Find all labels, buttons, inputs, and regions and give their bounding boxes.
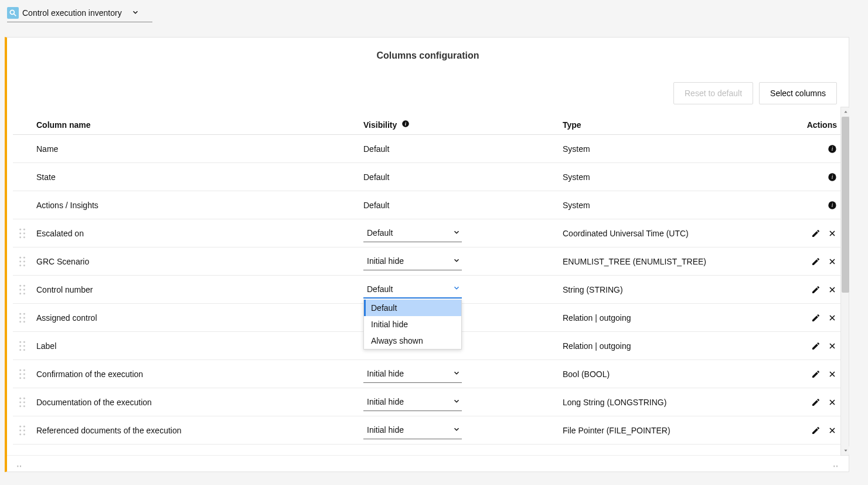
svg-point-15 <box>23 236 25 238</box>
svg-point-10 <box>19 228 21 230</box>
close-icon[interactable] <box>828 369 837 379</box>
svg-point-31 <box>23 317 25 318</box>
visibility-option[interactable]: Default <box>364 300 461 316</box>
column-name-cell: Control number <box>35 285 363 294</box>
drag-handle-icon[interactable] <box>19 369 35 379</box>
svg-point-19 <box>23 260 25 262</box>
svg-point-21 <box>23 264 25 266</box>
visibility-static: Default <box>363 201 389 210</box>
chevron-down-icon[interactable] <box>452 228 461 238</box>
drag-handle-icon[interactable] <box>19 313 35 323</box>
visibility-select[interactable]: Initial hide <box>363 365 462 383</box>
pencil-icon[interactable] <box>811 341 821 351</box>
chevron-down-icon[interactable] <box>452 397 461 407</box>
drag-handle-icon[interactable] <box>19 256 35 267</box>
svg-point-42 <box>19 373 21 375</box>
pencil-icon[interactable] <box>811 313 821 323</box>
svg-point-38 <box>19 349 21 351</box>
column-type-cell: System <box>563 144 796 154</box>
table-row: GRC ScenarioInitial hideENUMLIST_TREE (E… <box>13 247 843 276</box>
svg-point-43 <box>23 373 25 375</box>
visibility-select[interactable]: Default <box>363 280 462 299</box>
table-row: StateDefaultSystemi <box>13 163 843 191</box>
visibility-option[interactable]: Always shown <box>364 333 461 349</box>
chevron-down-icon[interactable] <box>131 8 139 18</box>
svg-point-52 <box>19 425 21 427</box>
svg-point-33 <box>23 321 25 323</box>
column-type-cell: Coordinated Universal Time (UTC) <box>563 229 796 238</box>
chevron-down-icon[interactable] <box>452 284 461 294</box>
column-header-visibility: Visibility <box>363 120 397 130</box>
close-icon[interactable] <box>828 426 837 435</box>
visibility-select[interactable]: Initial hide <box>363 422 462 439</box>
vertical-scrollbar[interactable] <box>840 107 849 456</box>
column-name-cell: Escalated on <box>35 229 363 238</box>
close-icon[interactable] <box>828 257 837 266</box>
column-type-cell: System <box>563 172 796 182</box>
pencil-icon[interactable] <box>811 426 821 435</box>
close-icon[interactable] <box>828 313 837 323</box>
svg-point-16 <box>19 256 21 258</box>
drag-handle-icon[interactable] <box>19 397 35 408</box>
close-icon[interactable] <box>828 285 837 294</box>
column-type-cell: Relation | outgoing <box>563 341 796 351</box>
pencil-icon[interactable] <box>811 285 821 294</box>
svg-point-12 <box>19 232 21 234</box>
svg-point-11 <box>23 228 25 230</box>
visibility-select-value: Initial hide <box>367 397 404 406</box>
pencil-icon[interactable] <box>811 398 821 407</box>
close-icon[interactable] <box>828 398 837 407</box>
visibility-option[interactable]: Initial hide <box>364 316 461 333</box>
drag-handle-icon[interactable] <box>19 425 35 436</box>
visibility-dropdown[interactable]: DefaultInitial hideAlways shown <box>363 300 462 350</box>
column-name-cell: Referenced documents of the execution <box>35 426 363 435</box>
breadcrumb[interactable]: Control execution inventory <box>7 7 139 20</box>
pencil-icon[interactable] <box>811 229 821 238</box>
column-name-cell: Actions / Insights <box>35 201 363 210</box>
columns-configuration-panel: Columns configuration Reset to default S… <box>5 37 849 472</box>
select-columns-button[interactable]: Select columns <box>759 82 837 104</box>
info-circle-icon[interactable]: i <box>828 144 837 154</box>
chevron-down-icon[interactable] <box>452 369 461 379</box>
drag-handle-icon[interactable] <box>19 284 35 295</box>
svg-point-50 <box>19 405 21 407</box>
visibility-select[interactable]: Initial hide <box>363 394 462 411</box>
column-type-cell: String (STRING) <box>563 285 796 294</box>
drag-handle-icon[interactable] <box>19 228 35 239</box>
svg-point-53 <box>23 425 25 427</box>
reset-to-default-button[interactable]: Reset to default <box>673 82 753 104</box>
close-icon[interactable] <box>828 229 837 238</box>
visibility-select-value: Default <box>367 228 393 238</box>
column-type-cell: Bool (BOOL) <box>563 369 796 379</box>
svg-point-47 <box>23 397 25 399</box>
svg-line-1 <box>14 14 16 16</box>
svg-point-37 <box>23 345 25 347</box>
column-type-cell: Long String (LONGSTRING) <box>563 398 796 407</box>
svg-point-27 <box>23 293 25 294</box>
info-circle-icon[interactable]: i <box>401 120 410 130</box>
info-circle-icon[interactable]: i <box>828 172 837 182</box>
column-type-cell: System <box>563 201 796 210</box>
svg-point-46 <box>19 397 21 399</box>
chevron-down-icon[interactable] <box>452 425 461 435</box>
svg-point-25 <box>23 289 25 290</box>
bottom-left-ellipsis-icon[interactable]: ‥ <box>16 459 23 469</box>
bottom-right-ellipsis-icon[interactable]: ‥ <box>833 459 839 469</box>
pencil-icon[interactable] <box>811 257 821 266</box>
column-type-cell: File Pointer (FILE_POINTER) <box>563 426 796 435</box>
svg-point-51 <box>23 405 25 407</box>
column-header-type: Type <box>563 120 796 130</box>
pencil-icon[interactable] <box>811 369 821 379</box>
drag-handle-icon[interactable] <box>19 341 35 351</box>
info-circle-icon[interactable]: i <box>828 201 837 210</box>
table-row: Actions / InsightsDefaultSystemi <box>13 191 843 219</box>
svg-point-49 <box>23 401 25 403</box>
svg-point-57 <box>23 433 25 435</box>
visibility-select[interactable]: Default <box>363 225 462 242</box>
close-icon[interactable] <box>828 341 837 351</box>
svg-point-41 <box>23 369 25 371</box>
table-row: Documentation of the executionInitial hi… <box>13 388 843 416</box>
chevron-down-icon[interactable] <box>452 256 461 266</box>
visibility-select[interactable]: Initial hide <box>363 253 462 270</box>
svg-point-18 <box>19 260 21 262</box>
